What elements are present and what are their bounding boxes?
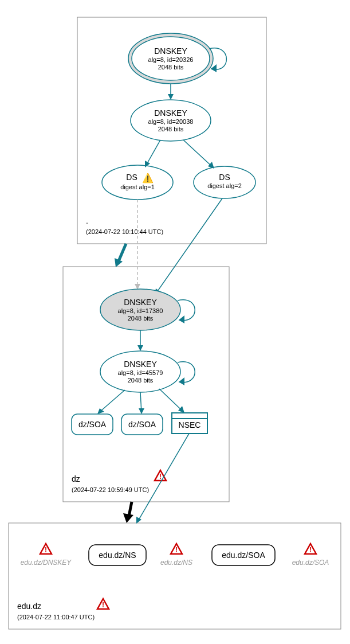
node-dz-nsec[interactable]: NSEC — [172, 413, 207, 434]
node-ds-alg1[interactable]: DS digest alg=1 ⚠️ — [102, 165, 173, 200]
svg-text:2048 bits: 2048 bits — [128, 377, 154, 384]
zone-edudz-label: edu.dz — [17, 602, 41, 611]
zone-edudz: edu.dz (2024-07-22 11:00:47 UTC) ! — [9, 523, 341, 629]
zone-root-label: . — [86, 216, 88, 225]
zone-dz-timestamp: (2024-07-22 10:59:49 UTC) — [72, 486, 149, 493]
svg-point-12 — [102, 165, 173, 200]
node-edudz-dnskey-error[interactable]: ! edu.dz/DNSKEY — [21, 544, 72, 567]
zone-dz-label: dz — [72, 474, 80, 483]
svg-text:dz/SOA: dz/SOA — [78, 420, 107, 429]
svg-text:!: ! — [175, 546, 178, 554]
svg-marker-11 — [168, 94, 174, 100]
svg-text:dz/SOA: dz/SOA — [128, 420, 156, 429]
svg-text:DNSKEY: DNSKEY — [124, 298, 157, 307]
svg-text:alg=8, id=17380: alg=8, id=17380 — [118, 307, 163, 314]
node-dz-soa-2[interactable]: dz/SOA — [121, 414, 163, 435]
svg-text:edu.dz/NS: edu.dz/NS — [99, 551, 136, 560]
svg-text:!: ! — [309, 546, 312, 554]
svg-marker-50 — [123, 513, 133, 523]
svg-marker-30 — [179, 315, 184, 323]
svg-text:alg=8, id=20326: alg=8, id=20326 — [148, 56, 194, 63]
edge-dzzsk-soa1 — [99, 390, 125, 413]
svg-text:digest alg=1: digest alg=1 — [120, 184, 155, 190]
svg-text:edu.dz/DNSKEY: edu.dz/DNSKEY — [21, 559, 72, 567]
svg-text:alg=8, id=20038: alg=8, id=20038 — [148, 118, 194, 125]
svg-marker-36 — [179, 377, 184, 385]
node-edudz-soa[interactable]: edu.dz/SOA — [212, 545, 275, 565]
zone-edudz-timestamp: (2024-07-22 11:00:47 UTC) — [17, 614, 95, 620]
svg-text:DS: DS — [219, 173, 230, 182]
svg-marker-45 — [139, 408, 144, 414]
svg-marker-46 — [178, 406, 184, 413]
edge-nsec-to-edudz — [137, 434, 189, 522]
svg-text:NSEC: NSEC — [179, 420, 201, 430]
svg-text:DNSKEY: DNSKEY — [124, 360, 157, 369]
node-dz-zsk[interactable]: DNSKEY alg=8, id=45579 2048 bits — [100, 351, 180, 392]
svg-text:2048 bits: 2048 bits — [158, 126, 184, 132]
svg-text:DNSKEY: DNSKEY — [154, 46, 187, 56]
node-dz-soa-1[interactable]: dz/SOA — [72, 414, 113, 435]
svg-text:!: ! — [159, 473, 162, 481]
svg-text:alg=8, id=45579: alg=8, id=45579 — [118, 369, 163, 376]
svg-text:!: ! — [45, 546, 47, 554]
svg-text:DNSKEY: DNSKEY — [154, 108, 187, 118]
svg-text:edu.dz/SOA: edu.dz/SOA — [222, 551, 265, 560]
svg-text:2048 bits: 2048 bits — [128, 315, 154, 322]
svg-text:digest alg=2: digest alg=2 — [207, 182, 242, 189]
edge-dzzsk-nsec — [159, 389, 183, 412]
svg-text:2048 bits: 2048 bits — [158, 64, 184, 71]
edge-ds2-dzksk — [156, 198, 222, 294]
node-edudz-soa-error[interactable]: ! edu.dz/SOA — [292, 544, 329, 567]
svg-text:edu.dz/NS: edu.dz/NS — [160, 559, 192, 567]
node-dz-ksk[interactable]: DNSKEY alg=8, id=17380 2048 bits — [100, 289, 180, 330]
node-edudz-ns[interactable]: edu.dz/NS — [89, 545, 146, 565]
svg-text:DS: DS — [126, 173, 137, 182]
node-root-ksk[interactable]: DNSKEY alg=8, id=20326 2048 bits — [128, 33, 213, 84]
edge-rootzsk-ds2 — [183, 140, 213, 167]
svg-marker-35 — [137, 345, 143, 351]
warn-yellow-icon: ⚠️ — [142, 173, 154, 184]
svg-marker-51 — [136, 517, 141, 524]
warn-red-icon: ! — [97, 599, 109, 609]
node-edudz-ns-error[interactable]: ! edu.dz/NS — [160, 544, 192, 567]
node-ds-alg2[interactable]: DS digest alg=2 — [194, 166, 255, 198]
node-root-zsk[interactable]: DNSKEY alg=8, id=20038 2048 bits — [131, 100, 211, 141]
svg-text:!: ! — [102, 601, 104, 609]
svg-text:edu.dz/SOA: edu.dz/SOA — [292, 559, 329, 567]
zone-root-timestamp: (2024-07-22 10:10:44 UTC) — [86, 228, 163, 235]
